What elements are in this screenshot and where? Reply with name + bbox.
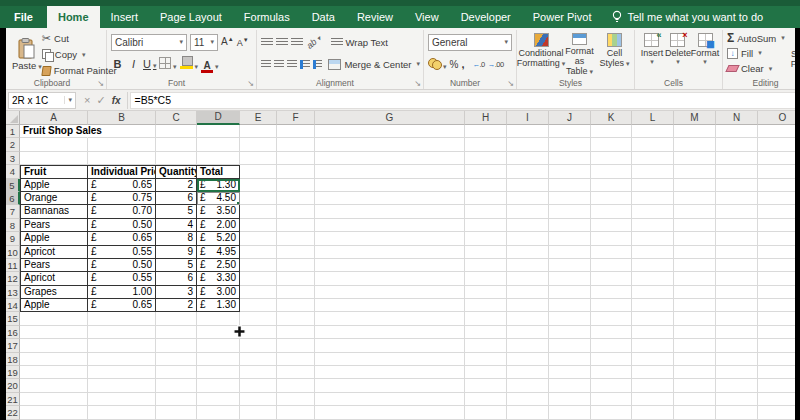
insert-function-button[interactable]: fx	[112, 95, 121, 106]
cell-D14[interactable]: £1.30	[197, 299, 240, 312]
bold-button[interactable]: B	[111, 58, 124, 70]
row-header-8[interactable]: 8	[6, 219, 20, 232]
cell-K13[interactable]	[591, 286, 632, 299]
font-name-select[interactable]: Calibri▾	[111, 34, 187, 51]
cell-I19[interactable]	[507, 366, 549, 379]
comma-style-button[interactable]: ,	[461, 58, 464, 70]
column-header-D[interactable]: D	[197, 111, 240, 125]
cell-H20[interactable]	[465, 379, 507, 392]
cell-A2[interactable]	[20, 138, 88, 151]
copy-button[interactable]: Copy	[42, 47, 117, 62]
cell-N2[interactable]	[716, 138, 758, 151]
column-header-N[interactable]: N	[716, 111, 758, 125]
cell-J9[interactable]	[549, 232, 591, 245]
row-header-11[interactable]: 11	[6, 259, 20, 272]
cell-F11[interactable]	[277, 259, 315, 272]
cell-A5[interactable]: Apple	[20, 179, 88, 192]
increase-decimal-button[interactable]: ←.0	[472, 60, 484, 69]
ribbon-tab-data[interactable]: Data	[301, 6, 346, 28]
cell-E10[interactable]	[240, 246, 277, 259]
cell-G7[interactable]	[315, 205, 465, 218]
cell-J19[interactable]	[549, 366, 591, 379]
cell-A16[interactable]	[20, 326, 88, 339]
cell-I18[interactable]	[507, 353, 549, 366]
cell-H18[interactable]	[465, 353, 507, 366]
cell-I10[interactable]	[507, 246, 549, 259]
cell-M14[interactable]	[674, 299, 716, 312]
row-header-18[interactable]: 18	[6, 353, 20, 366]
cell-A4[interactable]: Fruit	[20, 165, 88, 178]
cell-K5[interactable]	[591, 179, 632, 192]
cell-E2[interactable]	[240, 138, 277, 151]
cell-C12[interactable]: 6	[156, 272, 197, 285]
cell-A7[interactable]: Bannanas	[20, 205, 88, 218]
align-right-button[interactable]	[287, 60, 297, 69]
cell-L2[interactable]	[632, 138, 674, 151]
cell-C1[interactable]	[156, 125, 197, 138]
cell-H11[interactable]	[465, 259, 507, 272]
clear-button[interactable]: Clear	[727, 62, 785, 76]
cell-J11[interactable]	[549, 259, 591, 272]
cell-G11[interactable]	[315, 259, 465, 272]
cell-N4[interactable]	[716, 165, 758, 178]
column-header-L[interactable]: L	[632, 111, 674, 125]
cell-J20[interactable]	[549, 379, 591, 392]
cell-H13[interactable]	[465, 286, 507, 299]
cell-O21[interactable]	[758, 393, 800, 406]
cell-H2[interactable]	[465, 138, 507, 151]
cell-B9[interactable]: £0.65	[88, 232, 156, 245]
cell-I13[interactable]	[507, 286, 549, 299]
cell-N15[interactable]	[716, 312, 758, 325]
cell-H1[interactable]	[465, 125, 507, 138]
cell-N13[interactable]	[716, 286, 758, 299]
cell-D20[interactable]	[197, 379, 240, 392]
cell-F9[interactable]	[277, 232, 315, 245]
column-header-O[interactable]: O	[758, 111, 800, 125]
cell-B7[interactable]: £0.70	[88, 205, 156, 218]
cell-J2[interactable]	[549, 138, 591, 151]
cell-O3[interactable]	[758, 152, 800, 165]
cell-M19[interactable]	[674, 366, 716, 379]
cell-E19[interactable]	[240, 366, 277, 379]
cell-G22[interactable]	[315, 406, 465, 419]
cell-A14[interactable]: Apple	[20, 299, 88, 312]
cell-D15[interactable]	[197, 312, 240, 325]
cell-E3[interactable]	[240, 152, 277, 165]
cell-N18[interactable]	[716, 353, 758, 366]
cell-M18[interactable]	[674, 353, 716, 366]
cell-C7[interactable]: 5	[156, 205, 197, 218]
font-size-select[interactable]: 11▾	[190, 34, 218, 51]
cell-D10[interactable]: £4.95	[197, 246, 240, 259]
cell-K9[interactable]	[591, 232, 632, 245]
cell-G5[interactable]	[315, 179, 465, 192]
cell-N7[interactable]	[716, 205, 758, 218]
cell-C22[interactable]	[156, 406, 197, 419]
cell-A19[interactable]	[20, 366, 88, 379]
row-header-15[interactable]: 15	[6, 312, 20, 325]
cell-M5[interactable]	[674, 179, 716, 192]
cell-C16[interactable]	[156, 326, 197, 339]
cell-O13[interactable]	[758, 286, 800, 299]
number-dialog-launcher[interactable]: ↘	[507, 79, 514, 88]
cell-N12[interactable]	[716, 272, 758, 285]
increase-indent-button[interactable]	[313, 60, 323, 69]
cell-E9[interactable]	[240, 232, 277, 245]
cell-A3[interactable]	[20, 152, 88, 165]
decrease-font-button[interactable]: A▼	[237, 37, 249, 48]
cell-M16[interactable]	[674, 326, 716, 339]
cell-K2[interactable]	[591, 138, 632, 151]
cell-H12[interactable]	[465, 272, 507, 285]
row-header-9[interactable]: 9	[6, 232, 20, 245]
cell-M13[interactable]	[674, 286, 716, 299]
cell-A8[interactable]: Pears	[20, 219, 88, 232]
cell-C21[interactable]	[156, 393, 197, 406]
cell-G12[interactable]	[315, 272, 465, 285]
cell-O12[interactable]	[758, 272, 800, 285]
cell-G17[interactable]	[315, 339, 465, 352]
cell-G14[interactable]	[315, 299, 465, 312]
ribbon-tab-file[interactable]: File	[0, 6, 47, 28]
cell-M3[interactable]	[674, 152, 716, 165]
cell-M20[interactable]	[674, 379, 716, 392]
cell-N5[interactable]	[716, 179, 758, 192]
cell-F13[interactable]	[277, 286, 315, 299]
